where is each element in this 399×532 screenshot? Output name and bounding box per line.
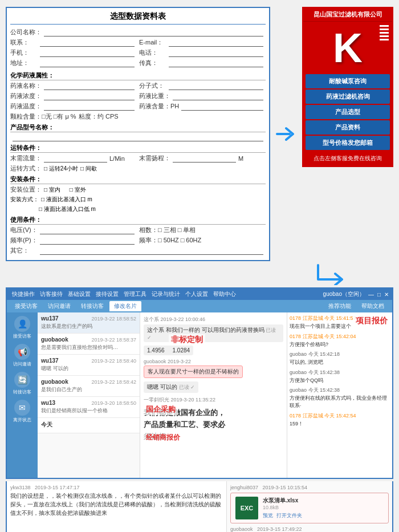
chat-nav: 接受访客 访问邀请 转接访客 修改名片 推荐功能 帮助文档 — [7, 300, 392, 312]
continuous-checkbox[interactable]: □ 运转24小时 — [44, 165, 78, 173]
invite-icon: 📢 — [14, 344, 30, 360]
brand-menu-item-1[interactable]: 耐酸碱泵咨询 — [306, 74, 390, 88]
chat-right-pane[interactable]: 0178 江苏盐城 今天 15:41:57 现在我一个项目上需要这个 0178 … — [287, 312, 392, 478]
right-msg-2: 0178 江苏盐城 今天 15:42:04 方便报个价格吗? — [290, 333, 390, 348]
list-item-1[interactable]: wu137 2019-3-22 18:58:52 这款系是您们生产的吗 — [38, 312, 140, 334]
transfer-icon: 🔄 — [14, 372, 30, 388]
file-icon-excel: EXC — [235, 497, 258, 519]
chemical-section: 化学药液属性： — [10, 71, 266, 80]
minimize-icon[interactable]: — — [368, 291, 374, 298]
chat-section: 快捷操作 访客接待 基础设置 接待设置 管理工具 记录与统计 个人设置 帮助中心… — [6, 287, 393, 479]
toolbar-item-8[interactable]: 帮助中心 — [211, 290, 238, 299]
address-fax-row: 地址： 传真： — [10, 59, 266, 69]
list-item-today: 今天 — [38, 418, 140, 433]
outlet-label: □ 液面比基浦入口低 m — [39, 205, 96, 213]
arrow-down-combo — [6, 262, 393, 285]
sidebar-icon-invite[interactable]: 📢 访问邀请 — [13, 344, 31, 367]
brand-footer: 点击左侧客服免费在线咨询 — [303, 152, 392, 166]
right-msg-1: 0178 江苏盐城 今天 15:41:57 现在我一个项目上需要这个 — [290, 315, 390, 330]
file-info: 水泵清单.xlsx 10.8kB 预览 打开文件夹 — [263, 497, 384, 519]
bottom-body: ykw3138 2019-3-15 17:47:17 我们的设想是，，装个检测仪… — [7, 481, 392, 532]
brand-menu: 耐酸碱泵咨询 药液过滤机咨询 产品选型 产品资料 型号价格发您邮箱 — [303, 72, 392, 152]
address-label: 地址： — [10, 59, 38, 67]
file-size: 10.8kB — [263, 505, 384, 510]
brand-menu-item-3[interactable]: 产品选型 — [306, 105, 390, 119]
operation-section: 运转条件： — [10, 144, 266, 153]
brand-menu-item-4[interactable]: 产品资料 — [306, 120, 390, 135]
intermittent-checkbox[interactable]: □ 间歇 — [80, 165, 97, 173]
status-user: guobao（空闲） — [323, 290, 365, 298]
phone-label: 手机： — [10, 48, 38, 57]
nav-item-receive[interactable]: 接受访客 — [10, 301, 42, 311]
list-item-5[interactable]: wu13 2019-3-20 18:58:50 我们是经销商所以报一个价格 — [38, 397, 140, 418]
sidebar-icon-leave[interactable]: ✉ 离开状态 — [13, 400, 31, 423]
nav-item-transfer[interactable]: 转接访客 — [76, 301, 108, 311]
fax-label: 传真： — [139, 59, 166, 67]
right-msg-3: guobao 今天 15:42:18 可以的, 浏览吧 — [290, 351, 390, 366]
receive-icon: 👤 — [14, 316, 30, 332]
open-folder-button[interactable]: 打开文件夹 — [276, 512, 302, 519]
msg-big-5: 我们都是做国有企业的，产品质量和工艺、要求必须达标。 — [144, 405, 283, 445]
contact-email-row: 联系： E-mail： — [10, 38, 266, 48]
toolbar-item-1[interactable]: 快捷操作 — [10, 290, 36, 299]
company-row: 公司名称： — [10, 28, 266, 36]
close-icon[interactable]: ✕ — [384, 291, 389, 298]
nav-item-help-doc[interactable]: 帮助文档 — [357, 301, 389, 311]
leave-label: 离开状态 — [13, 417, 31, 423]
bottom-right-msg-1: jenghui8037 2019-3-15 10:15:54 EXC 水泵清单.… — [230, 485, 389, 523]
toolbar-item-6[interactable]: 记录与统计 — [150, 290, 182, 299]
toolbar-item-4[interactable]: 接待设置 — [94, 290, 120, 299]
mode-label: 运转方式： — [10, 164, 42, 173]
sidebar-icon-transfer[interactable]: 🔄 转接访客 — [13, 372, 31, 395]
list-item-2[interactable]: guobaook 2019-3-22 18:58:37 您是需要我们直接给您报价… — [38, 334, 140, 355]
leave-icon: ✉ — [14, 400, 30, 416]
list-item-3[interactable]: wu137 2019-3-22 18:58:40 嗯嗯 可以的 — [38, 355, 140, 376]
file-actions: 预览 打开文件夹 — [263, 512, 384, 519]
install-section: 安装条件： — [10, 175, 266, 184]
flow-unit: L/Min — [109, 155, 137, 162]
particle-label: 颗粒含量：□无 □有 μ % — [10, 112, 79, 121]
brand-menu-item-5[interactable]: 型号价格发您邮箱 — [306, 136, 390, 150]
nav-item-invite[interactable]: 访问邀请 — [43, 301, 75, 311]
msg-bubble-1: 这个系 和我们一样的 可以用我们的药液替换吗 已读 ✓ — [144, 324, 283, 342]
immersion-label: □ 液面比基浦入口 m — [41, 196, 92, 204]
tel-label: 电话： — [139, 48, 166, 57]
install-method-label: 安装方式： — [10, 196, 39, 204]
indoor-checkbox[interactable]: □ 室内 — [44, 186, 60, 194]
toolbar-item-2[interactable]: 访客接待 — [38, 290, 64, 299]
nav-item-modify[interactable]: 修改名片 — [109, 301, 141, 311]
right-msg-5: guobao 今天 15:42:38 方便便利在线的联系方式吗，我业业务经理联系… — [290, 387, 390, 409]
msg-3: guobaook 2019-3-22 客人现在要尺寸一样的但是不铸标的 — [144, 359, 283, 378]
brand-menu-item-2[interactable]: 药液过滤机咨询 — [306, 90, 390, 104]
status-bar: guobao（空闲） — □ ✕ — [323, 290, 389, 298]
chat-messages[interactable]: 这个系 2019-3-22 10:00:46 这个系 和我们一样的 可以用我们的… — [140, 312, 287, 478]
usage-section: 使用条件： — [10, 216, 266, 225]
file-attachment: EXC 水泵清单.xlsx 10.8kB 预览 打开文件夹 — [230, 493, 389, 523]
sidebar-icon-receive[interactable]: 👤 接受访客 — [13, 316, 31, 339]
toolbar-item-5[interactable]: 管理工具 — [122, 290, 148, 299]
toolbar-item-3[interactable]: 基础设置 — [66, 290, 92, 299]
chat-bottom-section: ykw3138 2019-3-15 17:47:17 我们的设想是，，装个检测仪… — [6, 481, 393, 532]
msg-bubble-4: 嗯嗯 可以的 已读 ✓ — [144, 381, 198, 393]
list-item-4[interactable]: guobaook 2019-3-22 18:58:42 是我们自己生产的 — [38, 376, 140, 397]
brand-card: 昆山国宝过滤机有限公司 K 耐酸碱泵咨询 药液过滤机咨询 产品选型 产品资料 型… — [302, 7, 393, 167]
receive-label: 接受访客 — [13, 333, 31, 339]
chat-list-pane[interactable]: wu137 2019-3-22 18:58:52 这款系是您们生产的吗 guob… — [38, 312, 140, 478]
company-input[interactable] — [44, 29, 263, 36]
preview-button[interactable]: 预览 — [263, 512, 273, 519]
concentration-label: 药液浓度： — [10, 92, 42, 100]
company-label: 公司名称： — [10, 28, 42, 36]
toolbar-item-7[interactable]: 个人设置 — [184, 290, 210, 299]
install-location-label: 安装位置： — [10, 185, 42, 194]
nav-item-recommend[interactable]: 推荐功能 — [324, 301, 356, 311]
msg-2: 1.4956 1.0284 — [144, 346, 283, 355]
transfer-label: 转接访客 — [13, 389, 31, 395]
form-card: 选型数据资料表 公司名称： 联系： E-mail： 手机： 电话： — [6, 7, 270, 261]
gravity-label: 药液比重： — [139, 92, 170, 100]
chat-sidebar: 👤 接受访客 📢 访问邀请 🔄 转接访客 ✉ 离开状态 — [7, 312, 38, 478]
bottom-msg-1: ykw3138 2019-3-15 17:47:17 我们的设想是，，装个检测仪… — [10, 485, 223, 517]
msg-4: 嗯嗯 可以的 已读 ✓ — [144, 381, 283, 393]
maximize-icon[interactable]: □ — [377, 291, 381, 298]
flow-label: 末需流量： — [10, 154, 42, 163]
outdoor-checkbox[interactable]: □ 室外 — [70, 186, 86, 194]
